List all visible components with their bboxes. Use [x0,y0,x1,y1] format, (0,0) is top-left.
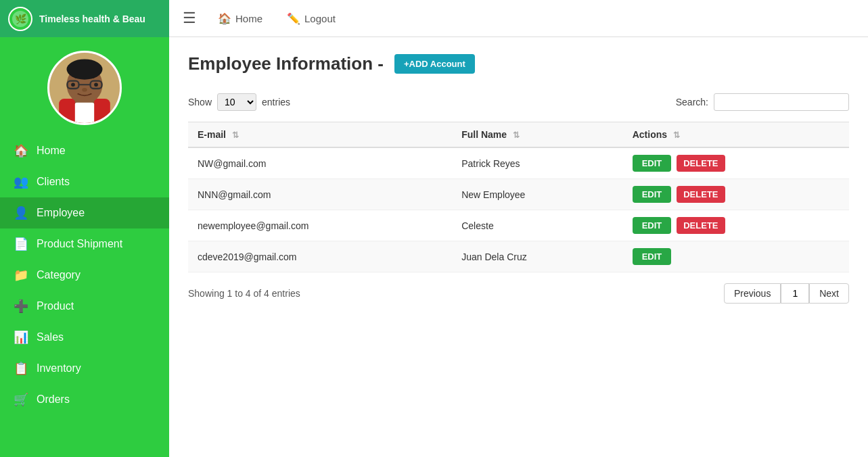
table-row: NW@gmail.com Patrick Reyes EDIT DELETE [188,147,849,179]
home-icon: 🏠 [14,143,28,158]
sidebar-item-label-category: Category [37,269,81,281]
sidebar-item-product[interactable]: ➕ Product [0,291,169,322]
edit-button-0[interactable]: EDIT [633,155,672,172]
col-fullname: Full Name ⇅ [452,122,623,148]
svg-text:🌿: 🌿 [15,14,27,25]
cell-fullname-3: Juan Dela Cruz [452,241,623,272]
actions-sort-icon[interactable]: ⇅ [673,130,680,140]
cell-email-2: newemployee@gmail.com [188,210,452,241]
sidebar-item-sales[interactable]: 📊 Sales [0,322,169,353]
table-controls: Show 10 25 50 100 entries Search: [188,93,849,111]
pagination-info: Showing 1 to 4 of 4 entries [188,288,300,299]
sidebar-item-orders[interactable]: 🛒 Orders [0,384,169,415]
svg-point-11 [71,82,75,87]
sidebar-item-label-employee: Employee [37,207,85,219]
sidebar-item-label-sales: Sales [37,331,64,343]
sidebar-item-label-product: Product [37,300,74,312]
col-actions-label: Actions [633,129,667,140]
cell-fullname-0: Patrick Reyes [452,147,623,179]
entries-select[interactable]: 10 25 50 100 [217,93,256,111]
cell-actions-1: EDIT DELETE [623,179,849,210]
sidebar-item-product-shipment[interactable]: 📄 Product Shipment [0,228,169,260]
col-fullname-label: Full Name [461,129,507,140]
table-row: cdeve2019@gmail.com Juan Dela Cruz EDIT [188,241,849,272]
inventory-icon: 📋 [14,361,28,376]
svg-point-13 [82,88,87,92]
delete-button-2[interactable]: DELETE [677,217,725,234]
sales-icon: 📊 [14,330,28,345]
previous-button[interactable]: Previous [724,283,781,304]
current-page-number[interactable]: 1 [781,283,809,304]
email-sort-icon[interactable]: ⇅ [232,130,239,140]
cell-actions-2: EDIT DELETE [623,210,849,241]
clients-icon: 👥 [14,174,28,189]
table-row: newemployee@gmail.com Celeste EDIT DELET… [188,210,849,241]
edit-button-1[interactable]: EDIT [633,186,672,203]
table-body: NW@gmail.com Patrick Reyes EDIT DELETE N… [188,147,849,272]
sidebar-item-label-home: Home [37,145,66,157]
search-input[interactable] [714,93,849,111]
show-label: Show [188,97,212,107]
edit-button-3[interactable]: EDIT [633,248,672,265]
home-icon: 🏠 [218,12,231,25]
sidebar-item-label-product-shipment: Product Shipment [37,238,122,250]
sidebar-item-category[interactable]: 📁 Category [0,260,169,291]
page-header: Employee Information - +ADD Account [188,53,849,74]
sidebar-header: 🌿 Timeless health & Beau [0,0,169,37]
hamburger-icon[interactable]: ☰ [180,7,199,30]
show-entries-control: Show 10 25 50 100 entries [188,93,290,111]
page-title: Employee Information - [188,53,384,74]
content-area: Employee Information - +ADD Account Show… [169,37,868,457]
sidebar-item-employee[interactable]: 👤 Employee [0,197,169,228]
delete-button-1[interactable]: DELETE [677,186,725,203]
svg-rect-16 [75,103,94,123]
orders-icon: 🛒 [14,392,28,407]
avatar-container [0,37,169,135]
topnav: ☰ 🏠 Home ✏️ Logout [169,0,868,37]
category-icon: 📁 [14,268,28,283]
logout-nav-item[interactable]: ✏️ Logout [281,8,341,29]
add-account-button[interactable]: +ADD Account [394,54,475,74]
svg-point-7 [67,59,103,79]
col-email-label: E-mail [198,129,226,140]
employee-icon: 👤 [14,206,28,220]
cell-fullname-1: New Employee [452,179,623,210]
next-button[interactable]: Next [809,283,849,304]
table-header: E-mail ⇅ Full Name ⇅ Actions ⇅ [188,122,849,148]
app-title: Timeless health & Beau [39,14,145,24]
product-shipment-icon: 📄 [14,237,28,251]
cell-fullname-2: Celeste [452,210,623,241]
main-wrapper: ☰ 🏠 Home ✏️ Logout Employee Information … [169,0,868,457]
pagination-controls: Previous 1 Next [724,283,849,304]
app-logo: 🌿 [8,7,32,31]
pagination-row: Showing 1 to 4 of 4 entries Previous 1 N… [188,283,849,304]
logout-nav-label: Logout [304,13,336,24]
employee-table: E-mail ⇅ Full Name ⇅ Actions ⇅ NW@gmail.… [188,122,849,272]
cell-actions-0: EDIT DELETE [623,147,849,179]
col-actions: Actions ⇅ [623,122,849,148]
logout-icon: ✏️ [287,12,300,25]
sidebar-item-clients[interactable]: 👥 Clients [0,166,169,197]
home-nav-item[interactable]: 🏠 Home [212,8,268,29]
search-bar: Search: [676,93,849,111]
entries-label: entries [262,97,290,107]
cell-email-0: NW@gmail.com [188,147,452,179]
product-icon: ➕ [14,299,28,314]
sidebar-item-home[interactable]: 🏠 Home [0,135,169,166]
sidebar-item-label-orders: Orders [37,393,70,406]
table-row: NNN@gmail.com New Employee EDIT DELETE [188,179,849,210]
fullname-sort-icon[interactable]: ⇅ [513,130,520,140]
avatar [47,51,122,125]
sidebar-item-label-inventory: Inventory [37,362,81,375]
edit-button-2[interactable]: EDIT [633,217,672,234]
svg-point-12 [94,82,98,87]
sidebar-item-inventory[interactable]: 📋 Inventory [0,353,169,384]
cell-email-3: cdeve2019@gmail.com [188,241,452,272]
delete-button-0[interactable]: DELETE [677,155,725,172]
search-label: Search: [676,97,708,107]
sidebar-nav: 🏠 Home 👥 Clients 👤 Employee 📄 Product Sh… [0,135,169,457]
cell-actions-3: EDIT [623,241,849,272]
cell-email-1: NNN@gmail.com [188,179,452,210]
home-nav-label: Home [235,13,262,24]
col-email: E-mail ⇅ [188,122,452,148]
